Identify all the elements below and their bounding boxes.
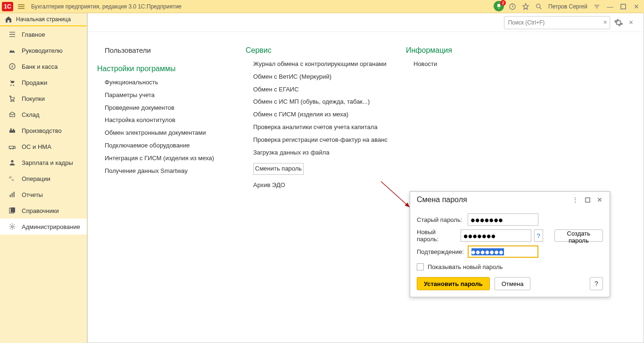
nav-icon-11 [8,207,16,214]
service-link-5[interactable]: Проверка аналитики счетов учета капитала [253,122,396,132]
sidebar-item-1[interactable]: Руководителю [0,42,87,58]
settings-link-6[interactable]: Интеграция с ГИСМ (изделия из меха) [105,154,236,163]
service-link-7[interactable]: Загрузка данных из файла [253,148,396,158]
settings-link-7[interactable]: Получение данных Smartway [105,166,236,176]
settings-menu-icon[interactable] [591,1,603,12]
svg-rect-2 [621,4,626,9]
dialog-help-button[interactable]: ? [590,277,603,290]
svg-point-10 [12,148,14,149]
nav-icon-8 [8,159,16,166]
sidebar-item-label: Администрирование [22,223,80,230]
sidebar-item-label: Зарплата и кадры [22,159,73,166]
sidebar-item-2[interactable]: ₽Банк и касса [0,58,87,74]
password-hint-button[interactable]: ? [534,229,543,242]
svg-rect-7 [13,129,14,131]
sidebar-item-7[interactable]: ОС и НМА [0,139,87,155]
nav-icon-3 [8,79,16,86]
settings-link-3[interactable]: Настройка колонтитулов [105,115,236,125]
main-area: × × Пользователи Настройки программы Фун… [87,13,644,343]
search-icon[interactable] [533,1,545,12]
minimize-icon[interactable]: — [604,1,616,12]
svg-rect-8 [9,146,14,148]
svg-rect-16 [14,192,15,197]
cancel-button[interactable]: Отмена [495,277,531,290]
content-search: × [504,16,610,29]
service-link-1[interactable]: Обмен с ВетИС (Меркурий) [253,72,396,82]
settings-link-0[interactable]: Функциональность [105,78,236,88]
nav-icon-7 [8,143,16,150]
sidebar-item-label: Покупки [22,95,45,102]
search-input[interactable] [504,16,610,29]
notifications-button[interactable]: 2 [494,1,505,12]
gear-icon[interactable] [614,18,623,27]
settings-link-2[interactable]: Проведение документов [105,103,236,113]
confirm-password-input[interactable] [468,245,538,258]
content-columns: Пользователи Настройки программы Функцио… [88,32,644,203]
change-password-dialog: Смена пароля ⋮ ✕ Старый пароль: Новый па… [410,191,610,297]
service-link-4[interactable]: Обмен с ГИСМ (изделия из меха) [253,110,396,120]
new-password-label: Новый пароль: [417,229,458,243]
start-page-tab[interactable]: Начальная страница [0,13,87,26]
nav-icon-2: ₽ [8,63,16,70]
favorites-icon[interactable] [520,1,531,12]
generate-password-button[interactable]: Создать пароль [554,229,603,242]
svg-point-11 [11,160,13,163]
history-icon[interactable] [507,1,518,12]
sidebar-item-4[interactable]: Покупки [0,90,87,106]
settings-link-5[interactable]: Подключаемое оборудование [105,141,236,151]
content-close-icon[interactable]: × [627,18,635,27]
show-password-checkbox[interactable] [417,263,424,270]
user-name[interactable]: Петров Сергей [548,3,587,10]
new-password-input[interactable] [461,229,531,242]
sidebar-item-3[interactable]: Продажи [0,74,87,90]
service-link-2[interactable]: Обмен с ЕГАИС [253,85,396,95]
heading-info: Информация [406,46,500,55]
titlebar: 1C Бухгалтерия предприятия, редакция 3.0… [0,0,644,13]
sidebar-item-10[interactable]: Отчеты [0,187,87,203]
old-password-label: Старый пароль: [417,216,465,223]
dialog-more-icon[interactable]: ⋮ [570,195,580,205]
old-password-input[interactable] [468,213,538,226]
sidebar-item-0[interactable]: Главное [0,26,87,42]
nav-icon-5 [8,111,16,118]
close-window-icon[interactable]: ✕ [631,1,642,12]
dialog-maximize-icon[interactable] [582,195,593,205]
logo-1c: 1C [2,2,13,11]
search-clear-icon[interactable]: × [603,18,607,26]
info-link-0[interactable]: Новости [413,59,500,69]
svg-point-1 [537,4,540,8]
sidebar-item-5[interactable]: Склад [0,106,87,122]
maximize-icon[interactable] [618,1,629,12]
svg-rect-6 [10,128,12,130]
sidebar-item-12[interactable]: Администрирование [0,219,87,235]
sidebar-item-11[interactable]: Справочники [0,203,87,219]
service-link-3[interactable]: Обмен с ИС МП (обувь, одежда, табак...) [253,97,396,107]
sidebar-item-label: ОС и НМА [22,143,51,150]
sidebar-item-6[interactable]: Производство [0,122,87,139]
sidebar-item-label: Склад [22,111,40,118]
nav-icon-6 [8,127,16,134]
nav-icon-4 [8,95,16,102]
set-password-button[interactable]: Установить пароль [417,277,490,290]
service-link-8[interactable]: Сменить пароль [253,163,304,175]
svg-point-19 [11,226,13,228]
start-page-label: Начальная страница [16,16,71,23]
settings-link-4[interactable]: Обмен электронными документами [105,128,236,138]
confirm-password-label: Подтверждение: [417,248,465,255]
sidebar-item-label: Продажи [22,79,47,86]
sidebar-item-8[interactable]: Зарплата и кадры [0,155,87,171]
sidebar-item-9[interactable]: ДтКтОперации [0,171,87,187]
sidebar-item-label: Справочники [22,207,59,214]
nav-icon-9: ДтКт [8,175,16,182]
service-link-0[interactable]: Журнал обмена с контролирующими органами [253,59,396,69]
link-users[interactable]: Пользователи [105,46,236,54]
settings-link-1[interactable]: Параметры учета [105,90,236,100]
show-password-label: Показывать новый пароль [428,263,503,270]
svg-rect-21 [585,197,589,202]
dialog-close-icon[interactable]: ✕ [594,195,605,205]
service-link-6[interactable]: Проверка регистрации счетов-фактур на ав… [253,135,396,145]
svg-text:Дт: Дт [9,176,12,179]
main-menu-button[interactable] [16,1,26,12]
content-toolbar: × × [88,13,644,32]
service-link-9[interactable]: Архив ЭДО [253,180,396,190]
